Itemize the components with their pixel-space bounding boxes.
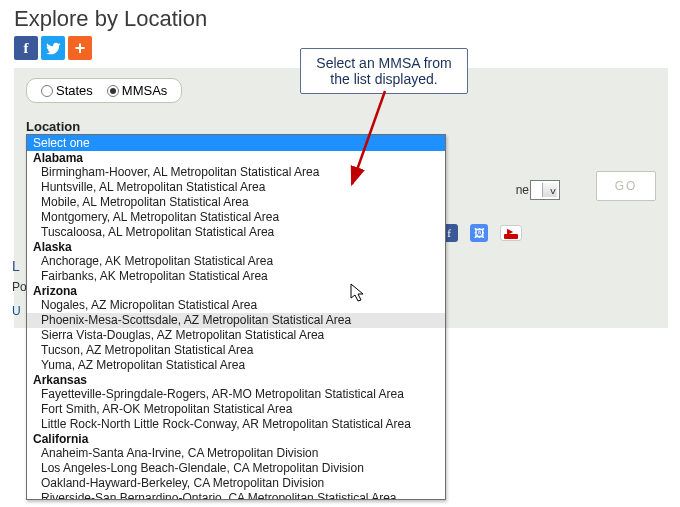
dropdown-item[interactable]: Tuscaloosa, AL Metropolitan Statistical … [27, 225, 445, 240]
help-arrow [330, 86, 420, 206]
chevron-down-icon: ⅴ [550, 185, 556, 196]
view-toggle: States MMSAs [26, 78, 182, 103]
youtube-icon[interactable] [500, 225, 522, 241]
dropdown-group-header: Arizona [27, 284, 445, 298]
twitter-icon[interactable] [41, 36, 65, 60]
go-button[interactable]: GO [596, 171, 656, 201]
social-row: f 🖼 [440, 224, 522, 242]
secondary-select[interactable]: ne ⅴ [530, 180, 560, 200]
left-sub-2: U [12, 304, 21, 318]
dropdown-item[interactable]: Fayetteville-Springdale-Rogers, AR-MO Me… [27, 387, 445, 402]
dropdown-item[interactable]: Nogales, AZ Micropolitan Statistical Are… [27, 298, 445, 313]
svg-line-0 [352, 91, 385, 184]
dropdown-group-header: Arkansas [27, 373, 445, 387]
radio-mmsas-label: MMSAs [122, 83, 168, 98]
radio-states-label: States [56, 83, 93, 98]
dropdown-item[interactable]: Phoenix-Mesa-Scottsdale, AZ Metropolitan… [27, 313, 445, 328]
dropdown-item[interactable]: Yuma, AZ Metropolitan Statistical Area [27, 358, 445, 373]
dropdown-item[interactable]: Anaheim-Santa Ana-Irvine, CA Metropolita… [27, 446, 445, 461]
dropdown-group-header: California [27, 432, 445, 446]
dropdown-item[interactable]: Riverside-San Bernardino-Ontario, CA Met… [27, 491, 445, 499]
facebook-icon[interactable]: f [14, 36, 38, 60]
dropdown-group-header: Alaska [27, 240, 445, 254]
dropdown-item[interactable]: Anchorage, AK Metropolitan Statistical A… [27, 254, 445, 269]
dropdown-item[interactable]: Fairbanks, AK Metropolitan Statistical A… [27, 269, 445, 284]
page-title: Explore by Location [14, 6, 680, 32]
picasa-icon[interactable]: 🖼 [470, 224, 488, 242]
dropdown-item[interactable]: Tucson, AZ Metropolitan Statistical Area [27, 343, 445, 358]
radio-states[interactable]: States [41, 83, 93, 98]
dropdown-item[interactable]: Fort Smith, AR-OK Metropolitan Statistic… [27, 402, 445, 417]
secondary-select-text: ne [516, 183, 529, 197]
dropdown-item[interactable]: Sierra Vista-Douglas, AZ Metropolitan St… [27, 328, 445, 343]
radio-mmsas[interactable]: MMSAs [107, 83, 168, 98]
add-icon[interactable]: + [68, 36, 92, 60]
left-sub-1: Po [12, 280, 27, 294]
dropdown-item[interactable]: Los Angeles-Long Beach-Glendale, CA Metr… [27, 461, 445, 476]
dropdown-item[interactable]: Oakland-Hayward-Berkeley, CA Metropolita… [27, 476, 445, 491]
dropdown-item[interactable]: Montgomery, AL Metropolitan Statistical … [27, 210, 445, 225]
dropdown-item[interactable]: Little Rock-North Little Rock-Conway, AR… [27, 417, 445, 432]
left-heading: L [12, 258, 20, 274]
